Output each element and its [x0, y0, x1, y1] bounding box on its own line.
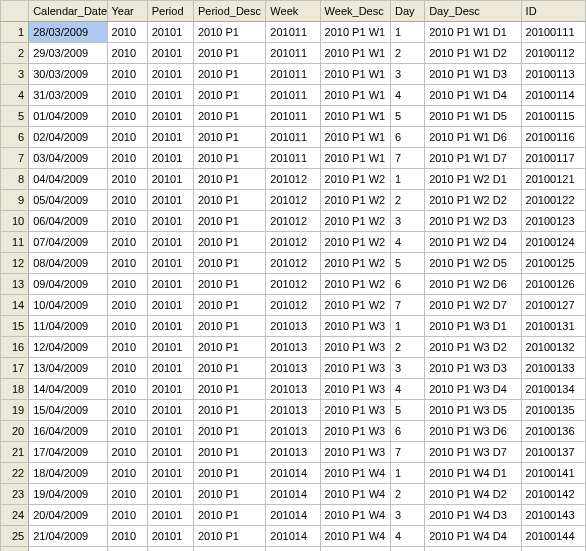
cell-week[interactable]: 201013 — [266, 442, 320, 463]
cell-day[interactable]: 5 — [390, 106, 424, 127]
cell-week[interactable]: 201014 — [266, 505, 320, 526]
cell-period[interactable]: 20101 — [147, 400, 193, 421]
cell-day_desc[interactable]: 2010 P1 W3 D7 — [425, 442, 521, 463]
cell-id[interactable]: 20100145 — [521, 547, 585, 552]
row-header[interactable]: 26 — [1, 547, 29, 552]
cell-period[interactable]: 20101 — [147, 106, 193, 127]
table-row[interactable]: 2521/04/20092010201012010 P12010142010 P… — [1, 526, 586, 547]
cell-id[interactable]: 20100122 — [521, 190, 585, 211]
cell-period[interactable]: 20101 — [147, 484, 193, 505]
cell-week[interactable]: 201012 — [266, 295, 320, 316]
cell-calendar_date[interactable]: 12/04/2009 — [29, 337, 107, 358]
cell-day_desc[interactable]: 2010 P1 W4 D1 — [425, 463, 521, 484]
cell-period[interactable]: 20101 — [147, 295, 193, 316]
row-header[interactable]: 16 — [1, 337, 29, 358]
cell-day_desc[interactable]: 2010 P1 W2 D6 — [425, 274, 521, 295]
cell-week[interactable]: 201012 — [266, 274, 320, 295]
cell-day_desc[interactable]: 2010 P1 W3 D3 — [425, 358, 521, 379]
cell-week_desc[interactable]: 2010 P1 W1 — [320, 43, 390, 64]
cell-week_desc[interactable]: 2010 P1 W4 — [320, 526, 390, 547]
cell-day[interactable]: 7 — [390, 148, 424, 169]
cell-day_desc[interactable]: 2010 P1 W3 D4 — [425, 379, 521, 400]
cell-day[interactable]: 1 — [390, 22, 424, 43]
cell-week[interactable]: 201012 — [266, 232, 320, 253]
cell-day[interactable]: 4 — [390, 379, 424, 400]
row-header[interactable]: 5 — [1, 106, 29, 127]
cell-week[interactable]: 201013 — [266, 358, 320, 379]
col-header-week[interactable]: Week — [266, 1, 320, 22]
table-row[interactable]: 1713/04/20092010201012010 P12010132010 P… — [1, 358, 586, 379]
table-row[interactable]: 1814/04/20092010201012010 P12010132010 P… — [1, 379, 586, 400]
cell-year[interactable]: 2010 — [107, 127, 147, 148]
cell-day_desc[interactable]: 2010 P1 W2 D5 — [425, 253, 521, 274]
cell-calendar_date[interactable]: 29/03/2009 — [29, 43, 107, 64]
cell-period_desc[interactable]: 2010 P1 — [193, 505, 265, 526]
cell-calendar_date[interactable]: 02/04/2009 — [29, 127, 107, 148]
cell-period_desc[interactable]: 2010 P1 — [193, 253, 265, 274]
cell-week[interactable]: 201012 — [266, 211, 320, 232]
cell-year[interactable]: 2010 — [107, 22, 147, 43]
cell-day_desc[interactable]: 2010 P1 W4 D4 — [425, 526, 521, 547]
cell-day[interactable]: 4 — [390, 85, 424, 106]
cell-week[interactable]: 201013 — [266, 337, 320, 358]
cell-calendar_date[interactable]: 22/04/2009 — [29, 547, 107, 552]
cell-day_desc[interactable]: 2010 P1 W1 D2 — [425, 43, 521, 64]
cell-day[interactable]: 6 — [390, 274, 424, 295]
cell-period_desc[interactable]: 2010 P1 — [193, 358, 265, 379]
cell-week[interactable]: 201011 — [266, 85, 320, 106]
cell-year[interactable]: 2010 — [107, 106, 147, 127]
cell-day_desc[interactable]: 2010 P1 W4 D5 — [425, 547, 521, 552]
cell-year[interactable]: 2010 — [107, 253, 147, 274]
cell-day[interactable]: 7 — [390, 295, 424, 316]
cell-calendar_date[interactable]: 03/04/2009 — [29, 148, 107, 169]
cell-period_desc[interactable]: 2010 P1 — [193, 85, 265, 106]
table-row[interactable]: 1410/04/20092010201012010 P12010122010 P… — [1, 295, 586, 316]
cell-week[interactable]: 201013 — [266, 421, 320, 442]
cell-day[interactable]: 1 — [390, 463, 424, 484]
cell-year[interactable]: 2010 — [107, 484, 147, 505]
cell-day[interactable]: 3 — [390, 505, 424, 526]
table-row[interactable]: 2218/04/20092010201012010 P12010142010 P… — [1, 463, 586, 484]
cell-year[interactable]: 2010 — [107, 316, 147, 337]
cell-year[interactable]: 2010 — [107, 232, 147, 253]
cell-week_desc[interactable]: 2010 P1 W2 — [320, 211, 390, 232]
cell-day[interactable]: 2 — [390, 43, 424, 64]
cell-week_desc[interactable]: 2010 P1 W3 — [320, 358, 390, 379]
cell-week[interactable]: 201011 — [266, 148, 320, 169]
row-header[interactable]: 7 — [1, 148, 29, 169]
cell-week_desc[interactable]: 2010 P1 W2 — [320, 169, 390, 190]
cell-week_desc[interactable]: 2010 P1 W4 — [320, 505, 390, 526]
cell-period[interactable]: 20101 — [147, 85, 193, 106]
cell-year[interactable]: 2010 — [107, 400, 147, 421]
cell-calendar_date[interactable]: 31/03/2009 — [29, 85, 107, 106]
cell-week[interactable]: 201012 — [266, 253, 320, 274]
cell-week_desc[interactable]: 2010 P1 W3 — [320, 442, 390, 463]
col-header-day[interactable]: Day — [390, 1, 424, 22]
cell-year[interactable]: 2010 — [107, 64, 147, 85]
cell-id[interactable]: 20100113 — [521, 64, 585, 85]
row-header[interactable]: 8 — [1, 169, 29, 190]
cell-period[interactable]: 20101 — [147, 190, 193, 211]
cell-period[interactable]: 20101 — [147, 358, 193, 379]
table-row[interactable]: 1309/04/20092010201012010 P12010122010 P… — [1, 274, 586, 295]
cell-calendar_date[interactable]: 17/04/2009 — [29, 442, 107, 463]
cell-period[interactable]: 20101 — [147, 379, 193, 400]
cell-week[interactable]: 201011 — [266, 22, 320, 43]
cell-id[interactable]: 20100131 — [521, 316, 585, 337]
cell-id[interactable]: 20100117 — [521, 148, 585, 169]
cell-period[interactable]: 20101 — [147, 148, 193, 169]
row-header[interactable]: 2 — [1, 43, 29, 64]
cell-id[interactable]: 20100136 — [521, 421, 585, 442]
cell-year[interactable]: 2010 — [107, 526, 147, 547]
row-header[interactable]: 4 — [1, 85, 29, 106]
table-row[interactable]: 330/03/20092010201012010 P12010112010 P1… — [1, 64, 586, 85]
cell-week_desc[interactable]: 2010 P1 W2 — [320, 232, 390, 253]
row-header-blank[interactable] — [1, 1, 29, 22]
cell-period_desc[interactable]: 2010 P1 — [193, 547, 265, 552]
cell-calendar_date[interactable]: 20/04/2009 — [29, 505, 107, 526]
cell-week[interactable]: 201014 — [266, 547, 320, 552]
cell-period[interactable]: 20101 — [147, 337, 193, 358]
cell-day[interactable]: 6 — [390, 127, 424, 148]
cell-id[interactable]: 20100114 — [521, 85, 585, 106]
cell-week_desc[interactable]: 2010 P1 W1 — [320, 148, 390, 169]
